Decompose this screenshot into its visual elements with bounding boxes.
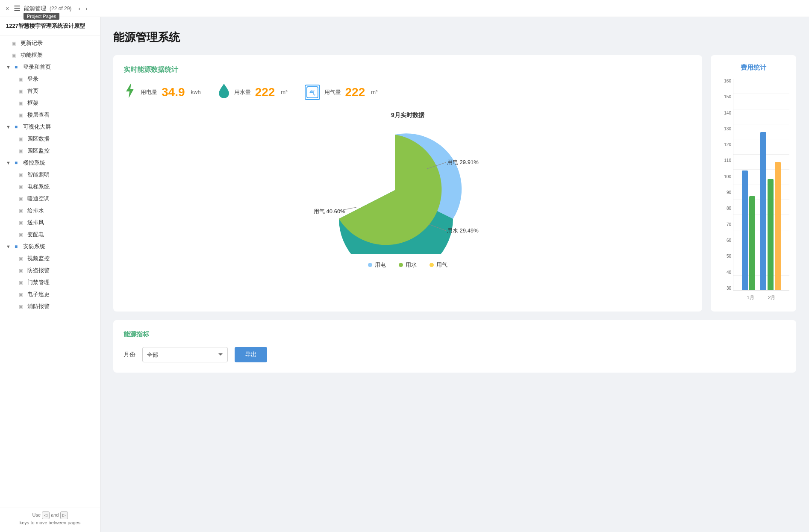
folder-icon: ■ [15,160,21,166]
sidebar-group-building-control[interactable]: ▼ ■ 楼控系统 [0,157,100,169]
gas-icon: 气 [305,85,320,100]
nav-next-button[interactable]: › [84,4,89,13]
sidebar-item-framework[interactable]: ▣ 框架 [0,97,100,109]
page-icon: ▣ [19,280,25,285]
sidebar-group-login-home[interactable]: ▼ ■ 登录和首页 [0,61,100,73]
sidebar-item-fire-alarm[interactable]: ▣ 消防报警 [0,300,100,312]
sidebar-item-label: 更新记录 [21,39,43,47]
sidebar-item-access-control[interactable]: ▣ 门禁管理 [0,276,100,288]
legend-dot-water [399,263,403,267]
sidebar-item-label: 楼层查看 [27,111,50,119]
bar-group-2 [760,132,781,290]
hint-keys-text: keys to move between pages [20,520,80,525]
sidebar-item-campus-data[interactable]: ▣ 园区数据 [0,133,100,145]
svg-text:用电 29.91%: 用电 29.91% [447,159,479,165]
page-icon: ▣ [12,41,18,46]
svg-text:用水  29.49%: 用水 29.49% [447,227,479,234]
y-label: 110 [718,158,731,163]
water-label: 用水量 [234,88,251,96]
gas-stat: 气 用气量 222 m³ [305,85,378,100]
sidebar-item-elevator[interactable]: ▣ 电梯系统 [0,181,100,193]
sidebar-item-update-log[interactable]: ▣ 更新记录 [0,37,100,49]
y-label: 130 [718,126,731,131]
cards-row: 实时能源数据统计 用电量 34.9 kwh [113,55,796,312]
bars-group [733,132,789,290]
page-icon: ▣ [19,304,25,309]
y-label: 60 [718,238,731,243]
sidebar: 1227智慧楼宇管理系统设计原型 ▣ 更新记录 ▣ 功能框架 ▼ ■ 登录和首页… [0,17,100,532]
menu-icon[interactable]: ☰ [14,4,21,13]
legend-label-electricity: 用电 [375,261,386,269]
bar-chart-inner [733,79,789,291]
sidebar-item-plumbing[interactable]: ▣ 给排水 [0,205,100,217]
electricity-icon [124,83,136,101]
page-icon: ▣ [19,232,25,238]
folder-icon: ■ [15,124,21,130]
y-label: 80 [718,206,731,211]
sidebar-item-label: 安防系统 [23,243,45,250]
sidebar-item-burglar-alarm[interactable]: ▣ 防盗报警 [0,265,100,276]
page-icon: ▣ [19,112,25,118]
y-label: 120 [718,142,731,147]
sidebar-item-function-framework[interactable]: ▣ 功能框架 [0,49,100,61]
sidebar-item-label: 暖通空调 [27,195,50,203]
sidebar-item-label: 变配电 [27,231,44,238]
sidebar-group-security[interactable]: ▼ ■ 安防系统 [0,241,100,253]
gas-value: 222 [345,85,365,99]
page-icon: ▣ [19,76,25,82]
nav-prev-button[interactable]: ‹ [76,4,82,13]
project-pages-badge: Project Pages [24,13,59,20]
y-label: 160 [718,79,731,83]
month-label: 月份 [124,351,135,359]
page-icon: ▣ [19,220,25,226]
electricity-stat: 用电量 34.9 kwh [124,83,201,101]
legend-dot-gas [430,263,434,267]
expand-icon: ▼ [6,65,12,70]
electricity-unit: kwh [191,89,201,95]
hint-and-text: and [51,512,59,517]
y-label: 50 [718,254,731,259]
sidebar-item-label: 电子巡更 [27,291,50,298]
sidebar-item-ventilation[interactable]: ▣ 送排风 [0,217,100,229]
stats-row: 用电量 34.9 kwh 用水量 222 m³ [124,83,692,101]
sidebar-item-label: 电梯系统 [27,183,50,191]
bar-gas-2 [775,162,781,290]
x-label-1: 1月 [747,294,754,301]
key-right-icon: ▷ [60,511,68,519]
sidebar-item-label: 登录 [27,75,38,83]
sidebar-item-floor-view[interactable]: ▣ 楼层查看 [0,109,100,121]
folder-icon: ■ [15,64,21,70]
sidebar-item-campus-monitor[interactable]: ▣ 园区监控 [0,145,100,157]
sidebar-item-hvac[interactable]: ▣ 暖通空调 [0,193,100,205]
main-layout: 1227智慧楼宇管理系统设计原型 ▣ 更新记录 ▣ 功能框架 ▼ ■ 登录和首页… [0,17,809,532]
sidebar-item-cctv[interactable]: ▣ 视频监控 [0,253,100,265]
page-icon: ▣ [19,100,25,106]
sidebar-item-power-distribution[interactable]: ▣ 变配电 [0,229,100,241]
export-button[interactable]: 导出 [235,347,267,362]
sidebar-item-label: 消防报警 [27,303,50,310]
y-label: 100 [718,174,731,179]
sidebar-item-home[interactable]: ▣ 首页 [0,85,100,97]
sidebar-item-login[interactable]: ▣ 登录 [0,73,100,85]
sidebar-item-label: 首页 [27,87,38,95]
cost-card-title: 费用统计 [718,64,789,72]
y-label: 70 [718,222,731,227]
page-icon: ▣ [19,292,25,297]
sidebar-item-patrol[interactable]: ▣ 电子巡更 [0,288,100,300]
hint-use-text: Use [32,512,41,517]
pie-chart-container: 9月实时数据 [124,112,692,269]
sidebar-item-smart-lighting[interactable]: ▣ 智能照明 [0,169,100,181]
sidebar-group-visualization[interactable]: ▼ ■ 可视化大屏 [0,121,100,133]
page-icon: ▣ [12,53,18,58]
month-select[interactable]: 全部 1月 2月 3月 4月 5月 6月 7月 8月 9月 10月 11月 12… [142,347,228,362]
sidebar-item-label: 视频监控 [27,255,50,262]
close-icon[interactable]: × [4,6,10,12]
sidebar-item-label: 给排水 [27,207,44,215]
bar-group-1 [742,170,755,290]
topbar-pages-info: (22 of 29) [50,6,71,12]
y-label: 140 [718,111,731,115]
page-icon: ▣ [19,136,25,142]
sidebar-item-label: 功能框架 [21,51,43,59]
svg-text:气: 气 [309,89,315,96]
legend-label-water: 用水 [406,261,417,269]
